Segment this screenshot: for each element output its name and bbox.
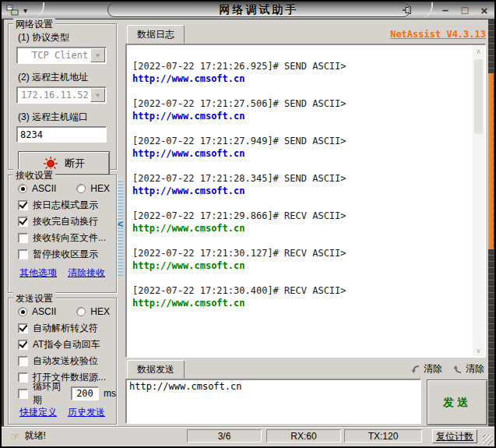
log-entry: [2022-07-22 17:21:27.506]# SEND ASCII> h…	[132, 97, 468, 122]
tab-data-send[interactable]: 数据发送	[127, 360, 185, 379]
log-entry-content: http://www.cmsoft.cn	[132, 110, 468, 122]
escape-parse-label: 自动解析转义符	[33, 322, 98, 335]
clear-recv-label: 清除	[466, 362, 484, 376]
disconnect-button-label: 断开	[65, 157, 85, 171]
system-menu-arrow-icon[interactable]: ▾	[23, 6, 27, 15]
log-entry: [2022-07-22 17:21:27.949]# SEND ASCII> h…	[132, 135, 468, 160]
remote-port-label: (3) 远程主机端口	[18, 111, 116, 124]
send-ascii-radio[interactable]	[18, 307, 27, 316]
log-entry-time: [2022-07-22 17:21:27.506]# SEND ASCII>	[132, 97, 468, 110]
log-entry-content: http://www.cmsoft.cn	[132, 185, 468, 197]
recv-ascii-radio[interactable]	[18, 184, 27, 193]
log-mode-checkbox[interactable]	[18, 200, 28, 210]
netassist-window: ▾ 网络调试助手 – □ × 网络设置 (1) 协议类型	[0, 0, 496, 448]
network-settings-title: 网络设置	[13, 18, 55, 31]
minimize-icon[interactable]: –	[438, 4, 452, 17]
file-source-checkbox[interactable]	[18, 372, 28, 383]
checksum-label: 自动发送校验位	[33, 355, 98, 368]
recv-to-file-label: 接收转向至文件...	[33, 231, 106, 245]
arrow-curve-up-icon	[452, 364, 463, 375]
recv-to-file-checkbox[interactable]	[18, 233, 28, 243]
send-button[interactable]: 发送	[427, 379, 487, 425]
quick-define-link[interactable]: 快捷定义	[19, 406, 57, 419]
remote-host-combo[interactable]: 172.16.11.52 ▼	[16, 86, 107, 104]
history-send-link[interactable]: 历史发送	[68, 406, 105, 419]
log-entry: [2022-07-22 17:21:29.866]# RECV ASCII> h…	[132, 210, 468, 235]
log-entry-content: http://www.cmsoft.cn	[132, 259, 468, 272]
maximize-icon[interactable]: □	[458, 4, 472, 17]
auto-newline-checkbox[interactable]	[18, 217, 28, 227]
window-title: 网络调试助手	[220, 3, 299, 17]
scrollbar-thumb[interactable]	[474, 59, 483, 134]
window-left-border	[2, 19, 4, 427]
status-count-panel: 3/6	[187, 429, 262, 443]
protocol-type-label: (1) 协议类型	[18, 31, 116, 44]
log-entry-content: http://www.cmsoft.cn	[132, 222, 468, 235]
recv-hex-radio[interactable]	[76, 184, 86, 193]
status-rx-panel: RX:60	[266, 429, 341, 443]
escape-parse-checkbox[interactable]	[18, 323, 28, 333]
status-ready-panel: ☞ 就绪!	[5, 429, 181, 443]
log-mode-label: 按日志模式显示	[33, 199, 98, 212]
title-pill: 网络调试助手	[107, 2, 410, 17]
log-entry-time: [2022-07-22 17:21:30.400]# RECV ASCII>	[132, 284, 468, 297]
auto-newline-label: 接收完自动换行	[33, 215, 98, 228]
pin-icon[interactable]	[401, 4, 415, 17]
other-options-link[interactable]: 其他选项	[19, 266, 57, 280]
remote-host-value: 172.16.11.52	[21, 90, 89, 101]
remote-port-input[interactable]: 8234	[16, 126, 107, 143]
at-cr-checkbox[interactable]	[18, 340, 28, 350]
data-log-area[interactable]: [2022-07-22 17:21:26.925]# SEND ASCII> h…	[125, 44, 486, 358]
log-entry-time: [2022-07-22 17:21:30.127]# RECV ASCII>	[132, 247, 468, 259]
at-cr-label: AT指令自动回车	[33, 338, 100, 351]
cycle-checkbox[interactable]	[18, 389, 28, 399]
version-link[interactable]: NetAssist V4.3.13	[390, 29, 486, 40]
titlebar-curve-left	[32, 2, 44, 18]
network-settings-group: 网络设置 (1) 协议类型 TCP Client ▼ (2) 远程主机地址 17…	[8, 23, 117, 170]
resize-grip[interactable]	[483, 435, 493, 445]
send-ascii-label: ASCII	[32, 306, 56, 317]
protocol-type-value: TCP Client	[32, 50, 88, 61]
log-entry: [2022-07-22 17:21:28.345]# SEND ASCII> h…	[132, 172, 468, 197]
arrow-curve-down-icon	[410, 364, 420, 375]
cycle-label: 循环周期	[33, 380, 66, 407]
send-hex-label: HEX	[90, 306, 110, 317]
collapse-sidebar-icon[interactable]: <	[115, 213, 125, 234]
status-ready-text: 就绪!	[25, 429, 46, 443]
app-icon[interactable]	[6, 4, 19, 16]
log-entry-content: http://www.cmsoft.cn	[132, 147, 468, 160]
window-right-border	[488, 19, 494, 427]
clear-send-label: 清除	[424, 362, 442, 376]
send-hex-radio[interactable]	[76, 307, 86, 316]
log-entry: [2022-07-22 17:21:30.400]# RECV ASCII> h…	[132, 284, 468, 309]
hand-pointer-icon: ☞	[10, 431, 20, 442]
status-tx-panel: TX:120	[344, 429, 422, 443]
log-scrollbar[interactable]: ∧ ∨	[473, 45, 484, 356]
title-bar: ▾ 网络调试助手 – □ ×	[2, 2, 494, 19]
receive-settings-title: 接收设置	[13, 169, 55, 182]
close-icon[interactable]: ×	[477, 4, 491, 17]
log-entry-time: [2022-07-22 17:21:28.345]# SEND ASCII>	[132, 172, 468, 185]
log-entry-time: [2022-07-22 17:21:29.866]# RECV ASCII>	[132, 210, 468, 222]
pause-display-checkbox[interactable]	[18, 249, 28, 259]
frame-scroll-thumb	[488, 73, 494, 249]
log-entries: [2022-07-22 17:21:26.925]# SEND ASCII> h…	[132, 60, 468, 354]
receive-settings-group: 接收设置 ASCII HEX 按日志模式显示 接收完自动换行 接收转向至文件..…	[8, 175, 117, 293]
clear-receive-link[interactable]: 清除接收	[68, 266, 105, 280]
checksum-checkbox[interactable]	[18, 356, 28, 366]
send-tab-bar: 数据发送 清除 清除	[125, 361, 486, 379]
clear-recv-area-button[interactable]: 清除	[452, 362, 484, 376]
reset-count-button[interactable]: 复位计数	[432, 429, 477, 443]
log-entry-content: http://www.cmsoft.cn	[132, 72, 468, 85]
cycle-period-input[interactable]: 200	[71, 386, 99, 400]
scroll-up-icon[interactable]: ∧	[473, 45, 484, 57]
send-data-input[interactable]	[126, 379, 420, 423]
chevron-down-icon: ▼	[90, 48, 105, 62]
protocol-type-combo[interactable]: TCP Client ▼	[16, 47, 107, 64]
tab-data-log[interactable]: 数据日志	[127, 25, 185, 44]
cycle-unit-label: ms	[104, 388, 116, 399]
clear-send-area-button[interactable]: 清除	[410, 362, 442, 376]
send-settings-title: 发送设置	[13, 292, 55, 305]
log-entry-time: [2022-07-22 17:21:27.949]# SEND ASCII>	[132, 135, 468, 147]
scroll-down-icon[interactable]: ∨	[473, 344, 484, 356]
